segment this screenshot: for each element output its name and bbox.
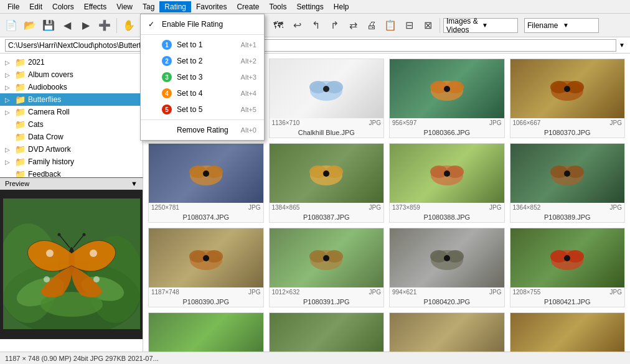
- image-cell-13[interactable]: 1012×632 JPG P1080437.JPG: [269, 312, 385, 352]
- image-name-6: P1080388.JPG: [390, 212, 504, 222]
- image-cell-12[interactable]: 1180×737 JPG P1080435.JPG: [148, 312, 264, 352]
- image-cell-11[interactable]: 1208×755 JPG P1080421.JPG: [510, 228, 626, 307]
- image-info-2: 956×597 JPG: [390, 118, 504, 128]
- menu-create[interactable]: Create: [232, 1, 264, 12]
- image-info-5: 1384×865 JPG: [270, 203, 384, 212]
- folder-icon: 📁: [15, 107, 26, 117]
- sidebar-item-dvd-artwork[interactable]: ▷ 📁 DVD Artwork: [0, 143, 143, 156]
- rating-enable-item[interactable]: ✓ Enable File Rating: [141, 16, 264, 32]
- image-dims: 1136×710: [272, 119, 300, 126]
- menu-file[interactable]: File: [2, 1, 24, 12]
- toolbar-copy[interactable]: 📋: [382, 17, 399, 34]
- expand-icon: ▷: [5, 72, 12, 78]
- image-cell-6[interactable]: 1373×859 JPG P1080388.JPG: [389, 143, 505, 223]
- rating-set5-item[interactable]: 5 Set to 5 Alt+5: [141, 101, 264, 118]
- filter-dropdown[interactable]: Images & Videos ▼: [443, 18, 518, 33]
- image-cell-4[interactable]: 1250×781 JPG P1080374.JPG: [148, 143, 264, 223]
- rating-2-icon: 2: [162, 56, 172, 66]
- image-cell-8[interactable]: 1187×748 JPG P1080390.JPG: [148, 228, 264, 307]
- menu-view[interactable]: View: [111, 1, 138, 12]
- sidebar-item-2021[interactable]: ▷ 📁 2021: [0, 56, 143, 68]
- filter-dropdown-arrow: ▼: [482, 22, 515, 29]
- menu-rating[interactable]: Rating: [159, 1, 191, 12]
- image-type: JPG: [489, 119, 501, 126]
- svg-point-41: [323, 255, 329, 261]
- folder-icon: 📁: [15, 119, 26, 129]
- sidebar-item-label: Camera Roll: [28, 108, 70, 116]
- image-cell-2[interactable]: 956×597 JPG P1080366.JPG: [389, 58, 505, 138]
- menu-colors[interactable]: Colors: [47, 1, 79, 12]
- sidebar-item-label: Cats: [28, 120, 44, 129]
- image-dims: 1187×748: [151, 289, 179, 296]
- address-dropdown-icon[interactable]: ▼: [619, 42, 625, 49]
- image-thumb-9: [270, 228, 384, 287]
- toolbar-rotate-right[interactable]: ↱: [326, 17, 343, 34]
- toolbar-misc2[interactable]: ⊠: [419, 17, 436, 34]
- preview-toggle[interactable]: ▼: [131, 180, 138, 187]
- preview-header: Preview ▼: [0, 178, 143, 190]
- rating-remove-item[interactable]: Remove Rating Alt+0: [141, 122, 264, 138]
- svg-point-17: [564, 86, 570, 92]
- toolbar-print[interactable]: 🖨: [363, 17, 380, 34]
- sidebar-item-camera-roll[interactable]: ▷ 📁 Camera Roll: [0, 106, 143, 118]
- status-text: 1187 × 748 (0.90 MP) 24bit JPG 297KB 202…: [5, 355, 159, 362]
- image-cell-10[interactable]: 994×621 JPG P1080420.JPG: [389, 228, 505, 307]
- image-thumb-12: [149, 313, 263, 352]
- folder-icon: 📁: [15, 95, 26, 105]
- image-cell-3[interactable]: 1066×667 JPG P1080370.JPG: [510, 58, 626, 138]
- toolbar-hand[interactable]: ✋: [120, 17, 138, 34]
- image-cell-5[interactable]: 1384×865 JPG P1080387.JPG: [269, 143, 385, 223]
- set5-label: Set to 5: [177, 105, 236, 114]
- sidebar-item-data-crow[interactable]: 📁 Data Crow: [0, 131, 143, 143]
- sort-dropdown[interactable]: Filename ▼: [524, 18, 599, 33]
- image-cell-15[interactable]: 1208×755 JPG P1080650.JPG: [510, 312, 626, 352]
- menu-settings[interactable]: Settings: [291, 1, 328, 12]
- svg-point-29: [444, 170, 450, 177]
- menu-edit[interactable]: Edit: [24, 1, 47, 12]
- sidebar-item-audiobooks[interactable]: ▷ 📁 Audiobooks: [0, 81, 143, 93]
- toolbar-open[interactable]: 📂: [21, 17, 39, 34]
- image-thumb-13: [270, 313, 384, 352]
- rating-3-icon: 3: [162, 72, 172, 82]
- folder-icon: 📁: [15, 82, 26, 92]
- rating-set2-item[interactable]: 2 Set to 2 Alt+2: [141, 53, 264, 69]
- expand-icon: ▷: [5, 96, 12, 103]
- image-thumb-1: [270, 59, 384, 118]
- address-input[interactable]: [5, 39, 616, 52]
- toolbar-rotate-left[interactable]: ↰: [307, 17, 324, 34]
- image-info-9: 1012×632 JPG: [270, 287, 384, 297]
- toolbar-new[interactable]: 📄: [2, 17, 20, 34]
- image-info-11: 1208×755 JPG: [510, 287, 625, 297]
- menu-help[interactable]: Help: [329, 1, 354, 12]
- toolbar-undo[interactable]: ↩: [288, 17, 306, 34]
- rating-set4-item[interactable]: 4 Set to 4 Alt+4: [141, 85, 264, 101]
- toolbar-misc1[interactable]: ⊟: [400, 17, 418, 34]
- image-thumb-8: [149, 228, 263, 287]
- toolbar-add[interactable]: ➕: [96, 17, 113, 34]
- rating-set1-item[interactable]: 1 Set to 1 Alt+1: [141, 37, 264, 53]
- toolbar-map[interactable]: 🗺: [270, 17, 287, 34]
- sort-dropdown-label: Filename: [527, 21, 560, 30]
- sidebar-item-album-covers[interactable]: ▷ 📁 Album covers: [0, 68, 143, 81]
- image-cell-7[interactable]: 1364×852 JPG P1080389.JPG: [510, 143, 626, 223]
- image-type: JPG: [489, 204, 501, 211]
- remove-shortcut: Alt+0: [241, 126, 256, 134]
- toolbar-back[interactable]: ◀: [59, 17, 76, 34]
- image-cell-1[interactable]: 1136×710 JPG Chalkhill Blue.JPG: [269, 58, 385, 138]
- set4-label: Set to 4: [177, 89, 236, 98]
- svg-point-25: [323, 170, 329, 177]
- menu-tools[interactable]: Tools: [264, 1, 291, 12]
- menu-effects[interactable]: Effects: [79, 1, 111, 12]
- toolbar-save[interactable]: 💾: [40, 17, 57, 34]
- toolbar-forward[interactable]: ▶: [77, 17, 95, 34]
- menu-tag[interactable]: Tag: [138, 1, 159, 12]
- sidebar-item-butterflies[interactable]: ▷ 📁 Butterflies: [0, 93, 143, 106]
- rating-set3-item[interactable]: 3 Set to 3 Alt+3: [141, 69, 264, 85]
- toolbar-flip[interactable]: ⇄: [344, 17, 362, 34]
- menu-favorites[interactable]: Favorites: [191, 1, 232, 12]
- sidebar-item-family-history[interactable]: ▷ 📁 Family history: [0, 156, 143, 168]
- image-cell-14[interactable]: 994×621 JPG P1080560.JPG: [389, 312, 505, 352]
- sidebar-item-cats[interactable]: 📁 Cats: [0, 118, 143, 131]
- image-cell-9[interactable]: 1012×632 JPG P1080391.JPG: [269, 228, 385, 307]
- check-mark-icon: ✓: [148, 20, 157, 29]
